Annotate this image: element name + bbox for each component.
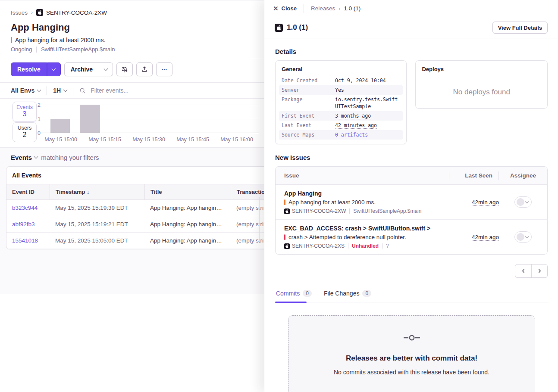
new-issues-heading: New Issues [275, 154, 548, 161]
share-button[interactable] [136, 62, 153, 76]
close-drawer-button[interactable]: ✕ Close [273, 5, 297, 12]
event-timestamp: May 15, 2025 15:19:39 EDT [50, 200, 144, 216]
events-heading-label: Events [11, 154, 32, 161]
tab-file-changes[interactable]: File Changes 0 [323, 287, 372, 302]
section-divider [259, 197, 260, 242]
column-header-title[interactable]: Title [144, 184, 231, 199]
kv-value: Yes [335, 87, 344, 93]
assignee-dropdown[interactable] [514, 231, 532, 243]
source-maps-link[interactable]: 0 artifacts [335, 132, 368, 138]
events-chart-plot: 012 [41, 105, 259, 133]
new-issues-table: Issue Last Seen Assignee App Hanging App… [275, 166, 548, 255]
apple-platform-icon [36, 9, 43, 16]
filter-events-input[interactable] [90, 87, 219, 94]
release-titlebar: 1.0 (1) View Full Details [264, 17, 558, 38]
divider [47, 86, 47, 95]
y-axis-tick-label: 2 [28, 102, 41, 108]
column-header-transaction[interactable]: Transaction [231, 184, 264, 199]
event-title: App Hanging: App hangin… [144, 216, 231, 232]
general-card: General Date Created Oct 9, 2024 10:04 S… [275, 60, 407, 144]
chevron-down-icon [37, 87, 41, 92]
release-title: 1.0 (1) [287, 23, 308, 32]
more-actions-button[interactable]: ⋯ [156, 62, 172, 76]
table-row: b323c944 May 15, 2025 15:19:39 EDT App H… [6, 200, 264, 216]
x-axis-tick-label: May 15 15:00 [44, 137, 77, 143]
issue-status: Ongoing [11, 46, 32, 53]
general-row: First Event 3 months ago [279, 111, 403, 121]
archive-dropdown-button[interactable] [99, 62, 113, 76]
x-axis-tick [149, 133, 149, 135]
resolve-dropdown-button[interactable] [47, 62, 61, 76]
y-axis-tick-label: 0 [28, 130, 41, 136]
events-chart-section: Events 3 Users 2 012 May 15 15:00May 15 … [0, 99, 264, 148]
archive-button[interactable]: Archive [64, 62, 99, 76]
tab-label: Commits [276, 290, 300, 297]
ellipsis-icon: ⋯ [161, 66, 167, 73]
deploys-card-title: Deploys [422, 66, 541, 76]
x-axis-tick [193, 133, 193, 135]
apple-platform-icon [284, 208, 290, 214]
issue-title-link[interactable]: EXC_BAD_ACCESS: crash > SwiftUI/Button.s… [284, 225, 456, 232]
breadcrumb-releases-link[interactable]: Releases [311, 5, 335, 12]
avatar [517, 233, 524, 241]
unhandled-tag: Unhandled [352, 243, 379, 249]
chevron-down-icon [525, 234, 529, 238]
x-axis-tick-label: May 15 15:45 [176, 137, 209, 143]
events-list-section: Events matching your filters All Events … [0, 148, 264, 294]
release-tabs: Commits 0 File Changes 0 [275, 287, 548, 302]
chevron-down-icon [52, 66, 56, 71]
general-row: Date Created Oct 9, 2024 10:04 [279, 76, 403, 85]
divider [349, 208, 350, 214]
issues-pagination [275, 264, 548, 278]
view-full-details-button[interactable]: View Full Details [492, 22, 548, 34]
tab-count-badge: 0 [362, 290, 371, 297]
gridline [41, 119, 259, 119]
avatar [517, 198, 524, 206]
all-events-title: All Events [6, 167, 264, 184]
upload-icon [141, 66, 148, 73]
mute-button[interactable] [116, 62, 133, 76]
issue-title-link[interactable]: App Hanging [284, 190, 456, 197]
event-title: App Hanging: App hangin… [144, 200, 231, 216]
period-selector[interactable]: 1H [53, 87, 67, 94]
issue-message: crash > Attempted to dereference null po… [288, 234, 406, 240]
general-row: Package io.sentry.tests.SwiftUITestSampl… [279, 95, 403, 111]
pagination-next-button[interactable] [531, 264, 547, 277]
event-id-link[interactable]: 15541018 [12, 237, 38, 244]
breadcrumb-issues-link[interactable]: Issues [11, 9, 28, 16]
events-type-selector[interactable]: Events [11, 154, 38, 161]
chevron-right-icon [537, 268, 542, 274]
column-header-event-id[interactable]: Event ID [6, 184, 50, 199]
page-title: App Hanging [11, 22, 264, 33]
all-events-card: All Events Event ID Timestamp ↓ Title Tr… [6, 166, 264, 249]
filter-bar: All Envs 1H [0, 82, 264, 99]
divider [36, 47, 37, 53]
chevron-down-icon [104, 66, 108, 71]
pagination-prev-button[interactable] [515, 264, 531, 277]
resolve-button[interactable]: Resolve [11, 62, 47, 76]
issue-detail-panel: Issues › SENTRY-COCOA-2XW App Hanging Ap… [0, 0, 264, 392]
kv-key: Date Created [282, 77, 335, 84]
x-axis-tick-label: May 15 16:00 [220, 137, 253, 143]
column-header-timestamp[interactable]: Timestamp ↓ [50, 184, 144, 199]
event-id-link[interactable]: b323c944 [12, 205, 38, 211]
divider [304, 4, 304, 13]
events-table-header: Event ID Timestamp ↓ Title Transaction [6, 184, 264, 200]
column-header-assignee: Assignee [499, 172, 547, 179]
tab-commits[interactable]: Commits 0 [275, 287, 313, 302]
breadcrumb-current-release: 1.0 (1) [344, 5, 361, 12]
breadcrumb-chevron-icon: › [339, 6, 340, 12]
bell-slash-icon [121, 66, 128, 73]
deploys-empty-text: No deploys found [422, 88, 541, 96]
assignee-dropdown[interactable] [514, 196, 532, 208]
chevron-down-icon [525, 199, 529, 203]
issue-message: App hanging for at least 2000 ms. [288, 199, 376, 205]
kv-value: Oct 9, 2024 10:04 [335, 77, 386, 84]
breadcrumb-project: SENTRY-COCOA-2XW [36, 9, 107, 16]
search-icon [79, 87, 86, 94]
event-id-link[interactable]: abf92fb3 [12, 221, 35, 227]
divider [348, 243, 348, 249]
resolve-split-button: Resolve [11, 62, 61, 76]
environment-selector[interactable]: All Envs [11, 87, 41, 94]
issue-context: SwiftUITestSampleApp.$main [41, 46, 115, 53]
